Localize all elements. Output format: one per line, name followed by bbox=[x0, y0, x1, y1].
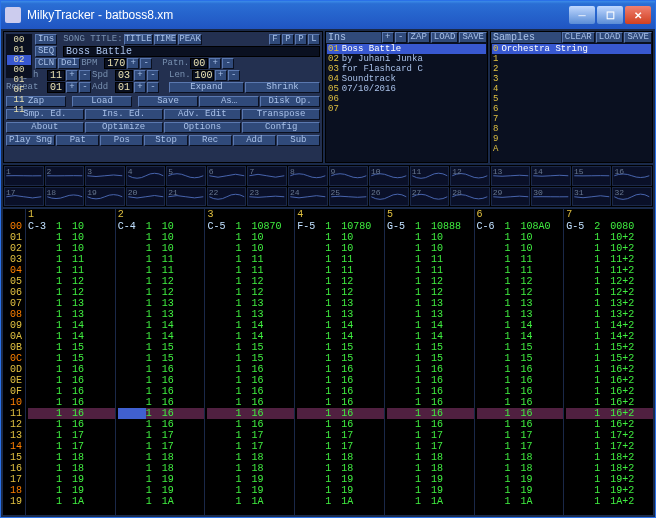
flip-p2[interactable]: P bbox=[295, 34, 307, 45]
scope-25[interactable]: 25 bbox=[329, 187, 369, 207]
scope-6[interactable]: 6 bbox=[207, 166, 247, 186]
add-value[interactable]: 01 bbox=[115, 82, 133, 93]
sample-item[interactable]: 7 bbox=[492, 114, 651, 124]
expand-button[interactable]: Expand bbox=[169, 82, 244, 93]
track-4[interactable]: F-5110780 110 110 111 111 112 112 113 11… bbox=[294, 221, 384, 515]
order-list[interactable]: 00010200010F1111 bbox=[6, 34, 32, 78]
len-down[interactable]: - bbox=[228, 70, 240, 81]
flip-f[interactable]: F bbox=[269, 34, 281, 45]
sample-item[interactable]: 9 bbox=[492, 134, 651, 144]
patn-value[interactable]: 00 bbox=[190, 58, 208, 69]
channel-header-1[interactable]: 1 bbox=[25, 209, 115, 221]
sample-item[interactable]: A bbox=[492, 144, 651, 154]
sample-item[interactable]: 8 bbox=[492, 124, 651, 134]
track-3[interactable]: C-5110870 110 110 111 111 112 112 113 11… bbox=[204, 221, 294, 515]
bpm-value[interactable]: 170 bbox=[104, 58, 126, 69]
patn-down[interactable]: - bbox=[222, 58, 234, 69]
scope-12[interactable]: 12 bbox=[450, 166, 490, 186]
pat-button[interactable]: Pat bbox=[56, 135, 99, 146]
maximize-button[interactable]: ☐ bbox=[597, 6, 623, 24]
repeat-value[interactable]: 01 bbox=[47, 82, 65, 93]
instr-minus[interactable]: - bbox=[395, 32, 407, 43]
sample-item[interactable]: 6 bbox=[492, 104, 651, 114]
del-row-button[interactable]: Del bbox=[58, 58, 80, 69]
instrument-item[interactable]: 04Soundtrack bbox=[327, 74, 486, 84]
instr-plus[interactable]: + bbox=[382, 32, 394, 43]
scope-22[interactable]: 22 bbox=[207, 187, 247, 207]
song-title-field[interactable]: Boss Battle bbox=[63, 46, 320, 57]
pos-button[interactable]: Pos bbox=[100, 135, 143, 146]
seq-button[interactable]: SEQ bbox=[35, 46, 57, 57]
instrument-item[interactable]: 03for Flashcard C bbox=[327, 64, 486, 74]
disk-op--button[interactable]: Disk Op. bbox=[260, 96, 320, 107]
adv-edit-button[interactable]: Adv. Edit bbox=[164, 109, 242, 120]
scope-16[interactable]: 16 bbox=[612, 166, 652, 186]
scope-29[interactable]: 29 bbox=[491, 187, 531, 207]
samples-list[interactable]: 0Orchestra String123456789A bbox=[491, 43, 652, 162]
config-button[interactable]: Config bbox=[242, 122, 320, 133]
scope-27[interactable]: 27 bbox=[410, 187, 450, 207]
save-button[interactable]: Save bbox=[138, 96, 198, 107]
spd-down[interactable]: - bbox=[147, 70, 159, 81]
track-1[interactable]: C-3110 110 110 111 111 112 112 113 113 1… bbox=[25, 221, 115, 515]
scope-4[interactable]: 4 bbox=[126, 166, 166, 186]
pattern-editor[interactable]: 000102030405060708090A0B0C0D0E0F10111213… bbox=[3, 221, 653, 515]
sample-item[interactable]: 3 bbox=[492, 74, 651, 84]
add-down[interactable]: - bbox=[147, 82, 159, 93]
scope-17[interactable]: 17 bbox=[4, 187, 44, 207]
scope-26[interactable]: 26 bbox=[369, 187, 409, 207]
peak-button[interactable]: PEAK bbox=[178, 34, 202, 45]
sample-item[interactable]: 4 bbox=[492, 84, 651, 94]
instrument-item[interactable]: 0507/10/2016 bbox=[327, 84, 486, 94]
scope-1[interactable]: 1 bbox=[4, 166, 44, 186]
length-up[interactable]: + bbox=[66, 70, 78, 81]
add-button[interactable]: Add bbox=[233, 135, 276, 146]
optimize-button[interactable]: Optimize bbox=[85, 122, 163, 133]
repeat-down[interactable]: - bbox=[79, 82, 91, 93]
scope-8[interactable]: 8 bbox=[288, 166, 328, 186]
instr-load[interactable]: LOAD bbox=[431, 32, 459, 43]
channel-header-3[interactable]: 3 bbox=[204, 209, 294, 221]
track-7[interactable]: G-520080 110+2 110+2 111+2 111+2 112+2 1… bbox=[563, 221, 653, 515]
options-button[interactable]: Options bbox=[164, 122, 242, 133]
len-value[interactable]: 100 bbox=[192, 70, 214, 81]
instrument-item[interactable]: 07 bbox=[327, 104, 486, 114]
scope-15[interactable]: 15 bbox=[572, 166, 612, 186]
instrument-item[interactable]: 06 bbox=[327, 94, 486, 104]
instrument-item[interactable]: 01Boss Battle bbox=[327, 44, 486, 54]
ins-ed--button[interactable]: Ins. Ed. bbox=[85, 109, 163, 120]
sample-item[interactable]: 5 bbox=[492, 94, 651, 104]
scope-10[interactable]: 10 bbox=[369, 166, 409, 186]
pattern-tracks[interactable]: C-3110 110 110 111 111 112 112 113 113 1… bbox=[25, 221, 653, 515]
bpm-down[interactable]: - bbox=[140, 58, 152, 69]
sample-item[interactable]: 0Orchestra String bbox=[492, 44, 651, 54]
track-2[interactable]: C-4110 110 110 111 111 112 112 113 113 1… bbox=[115, 221, 205, 515]
time-button[interactable]: TIME bbox=[154, 34, 178, 45]
sample-item[interactable]: 2 bbox=[492, 64, 651, 74]
scope-20[interactable]: 20 bbox=[126, 187, 166, 207]
instruments-list[interactable]: 01Boss Battle02by Juhani Junka03for Flas… bbox=[326, 43, 487, 162]
flip-p1[interactable]: P bbox=[282, 34, 294, 45]
bpm-up[interactable]: + bbox=[127, 58, 139, 69]
scope-11[interactable]: 11 bbox=[410, 166, 450, 186]
samp-save[interactable]: SAVE bbox=[624, 32, 652, 43]
patn-up[interactable]: + bbox=[209, 58, 221, 69]
title-button[interactable]: TITLE bbox=[124, 34, 153, 45]
scope-21[interactable]: 21 bbox=[166, 187, 206, 207]
cln-button[interactable]: CLN bbox=[35, 58, 57, 69]
scope-19[interactable]: 19 bbox=[85, 187, 125, 207]
scope-3[interactable]: 3 bbox=[85, 166, 125, 186]
track-5[interactable]: G-5110888 110 110 111 111 112 112 113 11… bbox=[384, 221, 474, 515]
channel-header-6[interactable]: 6 bbox=[474, 209, 564, 221]
channel-header-4[interactable]: 4 bbox=[294, 209, 384, 221]
flip-l[interactable]: L bbox=[308, 34, 320, 45]
titlebar[interactable]: MilkyTracker - batboss8.xm ─ ☐ ✕ bbox=[1, 1, 655, 29]
scope-32[interactable]: 32 bbox=[612, 187, 652, 207]
samp-clear[interactable]: CLEAR bbox=[562, 32, 595, 43]
instr-save[interactable]: SAVE bbox=[459, 32, 487, 43]
scope-18[interactable]: 18 bbox=[45, 187, 85, 207]
repeat-up[interactable]: + bbox=[66, 82, 78, 93]
channel-scopes[interactable]: 1234567891011121314151617181920212223242… bbox=[3, 165, 653, 207]
scope-2[interactable]: 2 bbox=[45, 166, 85, 186]
spd-value[interactable]: 03 bbox=[115, 70, 133, 81]
